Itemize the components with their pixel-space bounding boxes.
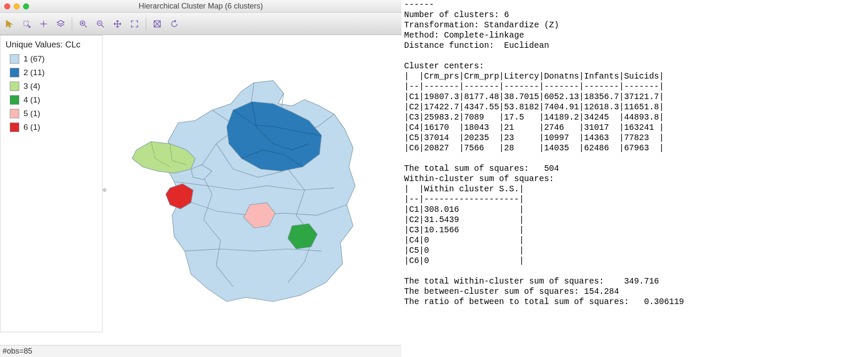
zoom-in-button[interactable]	[77, 18, 89, 30]
refresh-button[interactable]	[168, 18, 180, 30]
legend-swatch	[10, 54, 19, 64]
legend-item-4[interactable]: 4 (1)	[6, 93, 97, 107]
zoom-out-button[interactable]	[94, 18, 106, 30]
legend-label: 1 (67)	[23, 54, 45, 64]
layers-icon	[56, 19, 65, 29]
select-tool-button[interactable]	[21, 18, 32, 30]
pane-splitter[interactable]	[103, 35, 107, 345]
legend-swatch	[10, 123, 19, 132]
window-titlebar[interactable]: Hierarchical Cluster Map (6 clusters)	[0, 0, 402, 13]
close-window-button[interactable]	[4, 3, 10, 9]
toolbar-separator	[146, 18, 146, 30]
splitter-grip-icon	[103, 188, 106, 192]
pointer-icon	[5, 19, 14, 29]
france-map	[107, 35, 402, 345]
full-extent-icon	[130, 19, 139, 29]
legend-label: 6 (1)	[23, 123, 40, 132]
zoom-window-button[interactable]	[23, 3, 29, 9]
select-rect-icon	[22, 19, 31, 29]
layers-tool-button[interactable]	[55, 18, 67, 30]
output-panel: ------ Number of clusters: 6 Transformat…	[402, 0, 868, 357]
legend-item-2[interactable]: 2 (11)	[6, 66, 97, 79]
basemap-button[interactable]	[151, 18, 163, 30]
legend-label: 3 (4)	[23, 82, 40, 91]
minimize-window-button[interactable]	[14, 3, 20, 9]
legend-item-5[interactable]: 5 (1)	[6, 107, 97, 120]
legend-swatch	[10, 68, 19, 77]
toolbar-separator	[72, 18, 72, 30]
plus-icon	[39, 19, 48, 29]
legend-item-3[interactable]: 3 (4)	[6, 79, 97, 93]
window-title: Hierarchical Cluster Map (6 clusters)	[0, 2, 402, 11]
legend-label: 2 (11)	[23, 68, 45, 77]
legend-label: 4 (1)	[23, 95, 40, 105]
status-obs: #obs=85	[3, 347, 32, 356]
pointer-tool-button[interactable]	[3, 18, 15, 30]
zoom-in-icon	[79, 19, 88, 29]
output-text: ------ Number of clusters: 6 Transformat…	[404, 0, 684, 307]
pan-button[interactable]	[111, 18, 123, 30]
status-bar: #obs=85	[0, 345, 402, 357]
legend-label: 5 (1)	[23, 109, 40, 118]
full-extent-button[interactable]	[129, 18, 141, 30]
zoom-out-icon	[96, 19, 105, 29]
legend-title: Unique Values: CLc	[6, 40, 97, 50]
legend-item-1[interactable]: 1 (67)	[6, 52, 97, 66]
legend-item-6[interactable]: 6 (1)	[6, 120, 97, 134]
legend-swatch	[10, 109, 19, 118]
map-toolbar	[0, 13, 402, 35]
add-tool-button[interactable]	[38, 18, 50, 30]
window-traffic-lights	[4, 3, 29, 9]
legend-panel: Unique Values: CLc 1 (67)2 (11)3 (4)4 (1…	[0, 35, 103, 332]
refresh-icon	[170, 19, 179, 29]
legend-swatch	[10, 82, 19, 91]
map-body: Unique Values: CLc 1 (67)2 (11)3 (4)4 (1…	[0, 35, 402, 345]
basemap-icon	[152, 19, 162, 29]
legend-swatch	[10, 95, 19, 105]
map-window: Hierarchical Cluster Map (6 clusters)	[0, 0, 402, 357]
map-canvas[interactable]	[107, 35, 402, 345]
pan-icon	[113, 19, 122, 29]
